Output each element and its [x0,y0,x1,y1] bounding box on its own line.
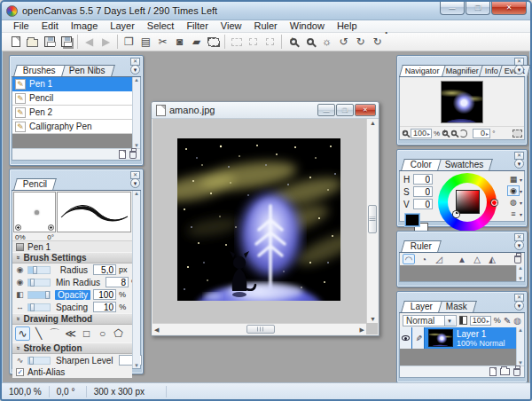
menu-select[interactable]: Select [141,20,181,32]
layer-menu-icon[interactable] [514,301,524,311]
spacing-value[interactable] [93,302,116,312]
section-brush-settings[interactable]: Brush Settings [12,252,132,263]
nav-zoom-out-icon[interactable]: - [403,130,408,136]
delete-ruler-icon[interactable] [514,256,521,263]
canvas-titlebar[interactable]: amano.jpg [152,102,379,119]
select-transform-icon[interactable] [205,34,222,50]
minimize-button[interactable] [440,2,465,15]
delete-layer-icon[interactable] [513,368,520,376]
layer-opacity-field[interactable]: 100▸ [470,316,491,326]
freehand-icon[interactable]: ∿ [15,326,30,341]
color-mode-ball-icon[interactable]: ◍ [508,198,522,207]
color-mode-bars-icon[interactable]: ▦ [508,175,522,184]
canvas-image[interactable] [177,138,340,301]
stamp-icon[interactable]: ◙ [171,34,188,50]
tab-pen-nibs[interactable]: Pen Nibs [59,65,114,76]
menu-help[interactable]: Help [331,20,364,32]
nav-zoom-icon[interactable] [451,130,457,136]
nav-fit-icon[interactable] [512,130,522,138]
zoom-out-icon[interactable]: - [301,34,318,50]
menu-layer[interactable]: Layer [104,20,141,32]
triangle-ruler-icon[interactable]: ◿ [433,254,445,264]
brightness-icon[interactable]: ☼ [318,34,335,50]
saturation-field[interactable] [413,186,433,197]
tab-mask[interactable]: Mask [436,301,477,312]
brush-item-pen1[interactable]: Pen 1 [12,77,132,91]
new-icon[interactable] [7,34,24,50]
color-mode-sliders-icon[interactable]: ≡ [508,209,522,218]
hue-marker[interactable] [491,200,497,206]
tab-swatches[interactable]: Swatches [435,159,493,170]
foreground-color-swatch[interactable] [405,214,419,226]
zoom-in-icon[interactable]: + [285,34,301,50]
polygon-icon[interactable]: ⬠ [111,326,126,341]
color-menu-icon[interactable] [514,159,524,169]
curve-icon[interactable]: ⌒ [47,326,62,341]
save-as-icon[interactable] [58,34,74,50]
rectangle-icon[interactable]: □ [79,326,94,341]
brush-tip-preview[interactable] [13,192,56,232]
tab-layer[interactable]: Layer [401,301,442,312]
nav-rotate-field[interactable]: 0▸ [473,129,490,138]
new-layer-folder-icon[interactable] [500,368,510,375]
nav-zoom-field[interactable]: 100▸ [411,129,432,138]
ruler-scrollbar[interactable]: ▲▼ [516,265,524,281]
tip-dial-left-icon[interactable] [15,224,21,231]
brushes-menu-icon[interactable] [130,65,140,75]
min-radius-slider[interactable] [27,279,51,287]
hue-field[interactable] [413,174,433,185]
line-icon[interactable]: ╲ [31,326,46,341]
canvas-close-button[interactable] [355,104,376,116]
layer-thumbnail[interactable] [428,329,453,347]
parallel-ruler-outline-icon[interactable]: △ [471,254,483,264]
delete-brush-icon[interactable] [129,151,137,159]
nav-rotate-icon[interactable] [459,130,467,138]
spacing-slider[interactable] [27,303,51,311]
new-brush-icon[interactable] [119,150,126,159]
parallel-ruler-half-icon[interactable]: ◭ [486,254,498,264]
anti-alias-checkbox[interactable] [16,368,24,376]
value-field[interactable] [413,199,433,209]
blend-mode-select[interactable]: Normal [403,315,457,326]
canvas-hscrollbar[interactable]: ◀▶ [153,323,366,334]
menu-window[interactable]: Window [284,20,331,32]
radius-value[interactable] [93,264,116,275]
section-drawing-method[interactable]: Drawing Method [12,313,132,325]
settings-menu-icon[interactable] [130,178,140,188]
tip-dial-right-icon[interactable] [48,224,54,231]
curve-ruler-icon[interactable]: ◠ [403,254,415,264]
opacity-slider[interactable] [27,291,51,299]
menu-filter[interactable]: Filter [180,20,214,32]
color-mode-wheel-icon[interactable]: ◉ [508,186,522,195]
copy-icon[interactable]: ❐ [121,34,137,50]
brush-item-calligraphy[interactable]: Calligraphy Pen [12,120,132,134]
ellipse-ruler-icon[interactable]: ◔ [418,254,430,264]
sv-marker[interactable] [453,211,459,217]
ellipse-icon[interactable]: ○ [95,326,110,341]
menu-image[interactable]: Image [65,20,105,32]
redo-icon[interactable]: ↻ [352,34,369,50]
opacity-value[interactable] [93,289,116,300]
lock-pixels-icon[interactable]: ✎ [504,316,511,326]
nav-zoom-in-icon[interactable]: + [442,130,448,136]
canvas-minimize-button[interactable] [317,104,335,116]
open-icon[interactable] [24,34,41,50]
tab-navigator[interactable]: Navigator [399,65,445,76]
menu-ruler[interactable]: Ruler [248,20,284,32]
cut-icon[interactable]: ✂ [154,34,171,50]
layer-settings-icon[interactable]: ◍ [513,316,521,326]
menu-view[interactable]: View [215,20,248,32]
polyline-icon[interactable]: ≪ [63,326,78,341]
eraser-icon[interactable]: ▰ [188,34,205,50]
undo-icon[interactable]: ↺ [335,34,352,50]
canvas-hscroll-thumb[interactable] [246,325,275,334]
maximize-button[interactable] [466,2,490,15]
navigator-thumbnail[interactable] [441,81,483,123]
settings-scrollbar[interactable]: ▲▼ [132,191,140,368]
canvas-maximize-button[interactable] [336,104,354,116]
redo-all-icon[interactable]: ↻ [369,34,386,50]
radius-slider[interactable] [27,266,51,274]
ruler-menu-icon[interactable] [514,240,524,250]
tab-brushes[interactable]: Brushes [13,65,65,76]
brush-item-pencil[interactable]: Pencil [12,91,132,106]
